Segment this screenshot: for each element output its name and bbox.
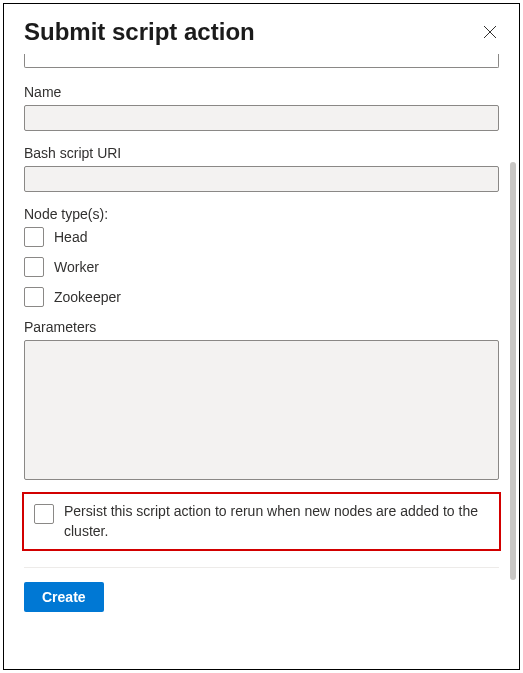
script-type-input-partial[interactable] bbox=[24, 54, 499, 68]
name-input[interactable] bbox=[24, 105, 499, 131]
bash-uri-input[interactable] bbox=[24, 166, 499, 192]
submit-script-action-panel: Submit script action Name Bash script UR… bbox=[3, 3, 520, 670]
close-button[interactable] bbox=[481, 23, 499, 41]
zookeeper-checkbox[interactable] bbox=[24, 287, 44, 307]
node-type-row-zookeeper: Zookeeper bbox=[24, 287, 499, 307]
close-icon bbox=[483, 25, 497, 39]
zookeeper-checkbox-label: Zookeeper bbox=[54, 289, 121, 305]
bash-uri-label: Bash script URI bbox=[24, 145, 499, 161]
node-types-label: Node type(s): bbox=[24, 206, 499, 222]
parameters-label: Parameters bbox=[24, 319, 499, 335]
worker-checkbox-label: Worker bbox=[54, 259, 99, 275]
panel-header: Submit script action bbox=[4, 4, 519, 54]
head-checkbox[interactable] bbox=[24, 227, 44, 247]
scrollbar[interactable] bbox=[510, 162, 516, 580]
name-label: Name bbox=[24, 84, 499, 100]
footer-divider bbox=[24, 567, 499, 568]
parameters-textarea[interactable] bbox=[24, 340, 499, 480]
panel-footer: Create bbox=[4, 582, 519, 628]
node-type-row-worker: Worker bbox=[24, 257, 499, 277]
create-button[interactable]: Create bbox=[24, 582, 104, 612]
form-scroll-area: Name Bash script URI Node type(s): Head … bbox=[4, 54, 519, 568]
head-checkbox-label: Head bbox=[54, 229, 87, 245]
persist-row: Persist this script action to rerun when… bbox=[34, 502, 489, 541]
worker-checkbox[interactable] bbox=[24, 257, 44, 277]
persist-highlight-box: Persist this script action to rerun when… bbox=[22, 492, 501, 551]
node-types-group: Head Worker Zookeeper bbox=[24, 227, 499, 307]
panel-title: Submit script action bbox=[24, 18, 255, 46]
persist-checkbox-label: Persist this script action to rerun when… bbox=[64, 502, 489, 541]
persist-checkbox[interactable] bbox=[34, 504, 54, 524]
node-type-row-head: Head bbox=[24, 227, 499, 247]
scrollbar-thumb[interactable] bbox=[510, 162, 516, 580]
